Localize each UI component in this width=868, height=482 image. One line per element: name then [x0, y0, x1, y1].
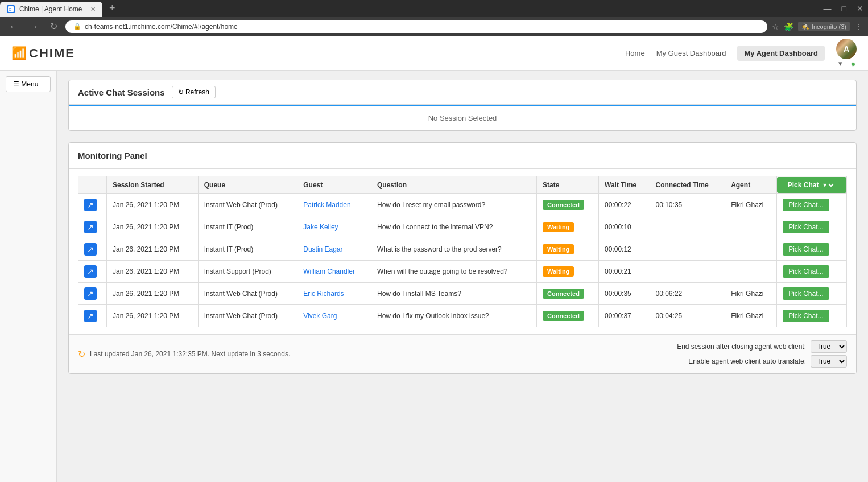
- pick-chat-button[interactable]: Pick Chat...: [783, 243, 829, 256]
- pick-chat-button[interactable]: Pick Chat...: [783, 310, 829, 322]
- row-question: How do I fix my Outlook inbox issue?: [371, 305, 537, 327]
- nav-home[interactable]: Home: [625, 49, 645, 57]
- row-question: When will the outage going to be resolve…: [371, 261, 537, 283]
- end-session-option: End session after closing agent web clie…: [677, 340, 847, 353]
- auto-translate-option: Enable agent web client auto translate: …: [688, 355, 847, 368]
- incognito-label: Incognito (3): [812, 23, 846, 30]
- row-guest: William Chandler: [297, 261, 371, 283]
- pick-chat-button[interactable]: Pick Chat...: [783, 265, 829, 278]
- col-agent: Agent: [725, 176, 777, 194]
- pick-chat-button[interactable]: Pick Chat...: [783, 199, 829, 211]
- row-agent: Fikri Ghazi: [725, 305, 777, 327]
- session-link-icon[interactable]: ↗: [84, 199, 97, 211]
- new-tab-button[interactable]: +: [105, 0, 120, 17]
- row-icon-cell: ↗: [78, 238, 107, 261]
- state-badge: Connected: [543, 311, 584, 321]
- sidebar: ☰ Menu: [0, 71, 57, 482]
- incognito-indicator: 🕵 Incognito (3): [798, 22, 850, 31]
- state-badge: Waiting: [543, 266, 574, 277]
- active-browser-tab[interactable]: C Chime | Agent Home ✕: [0, 2, 102, 17]
- row-session-started: Jan 26, 2021 1:20 PM: [106, 194, 198, 216]
- row-connected-time: 00:04:25: [650, 305, 725, 327]
- row-queue: Instant Web Chat (Prod): [198, 283, 297, 305]
- pick-chat-button[interactable]: Pick Chat...: [783, 287, 829, 300]
- session-link-icon[interactable]: ↗: [84, 265, 97, 278]
- user-avatar-container[interactable]: A ▾: [836, 39, 857, 68]
- row-agent: Fikri Ghazi: [725, 194, 777, 216]
- pick-chat-header-label: Pick Chat: [788, 181, 819, 189]
- address-bar-container: ← → ↻ 🔒 ch-teams-net1.imchime.com/Chime/…: [0, 17, 868, 36]
- col-connected-time: Connected Time: [650, 176, 725, 194]
- row-connected-time: 00:10:35: [650, 194, 725, 216]
- browser-menu-button[interactable]: ⋮: [854, 22, 862, 31]
- back-button[interactable]: ←: [6, 20, 22, 33]
- nav-guest-dashboard[interactable]: My Guest Dashboard: [656, 49, 726, 57]
- lock-icon: 🔒: [73, 23, 81, 30]
- pick-chat-header-select[interactable]: ▾: [821, 180, 836, 189]
- table-row: ↗ Jan 26, 2021 1:20 PM Instant Web Chat …: [78, 194, 847, 216]
- footer-update-info: ↻ Last updated Jan 26, 2021 1:32:35 PM. …: [78, 349, 290, 360]
- col-queue: Queue: [198, 176, 297, 194]
- row-connected-time: [650, 261, 725, 283]
- close-button[interactable]: ✕: [852, 1, 868, 17]
- row-icon-cell: ↗: [78, 216, 107, 238]
- table-row: ↗ Jan 26, 2021 1:20 PM Instant Web Chat …: [78, 283, 847, 305]
- menu-button[interactable]: ☰ Menu: [6, 76, 51, 92]
- row-icon-cell: ↗: [78, 261, 107, 283]
- row-wait-time: 00:00:37: [599, 305, 650, 327]
- session-link-icon[interactable]: ↗: [84, 287, 97, 300]
- star-button[interactable]: ☆: [772, 22, 779, 31]
- active-chat-refresh-button[interactable]: ↻ Refresh: [172, 86, 216, 98]
- pick-chat-button[interactable]: Pick Chat...: [783, 221, 829, 233]
- forward-button[interactable]: →: [26, 20, 42, 33]
- refresh-button[interactable]: ↻: [47, 20, 61, 33]
- row-state: Waiting: [537, 238, 599, 261]
- guest-link[interactable]: Dustin Eagar: [303, 245, 342, 253]
- state-badge: Connected: [543, 200, 584, 210]
- row-wait-time: 00:00:35: [599, 283, 650, 305]
- session-link-icon[interactable]: ↗: [84, 221, 97, 233]
- browser-action-buttons: ☆ 🧩 🕵 Incognito (3) ⋮: [772, 22, 862, 31]
- row-session-started: Jan 26, 2021 1:20 PM: [106, 305, 198, 327]
- row-guest: Jake Kelley: [297, 216, 371, 238]
- active-chat-panel: Active Chat Sessions ↻ Refresh No Sessio…: [68, 80, 857, 131]
- session-link-icon[interactable]: ↗: [84, 310, 97, 322]
- guest-link[interactable]: Eric Richards: [303, 290, 344, 298]
- url-text: ch-teams-net1.imchime.com/Chime/#!/agent…: [85, 23, 759, 31]
- url-bar[interactable]: 🔒 ch-teams-net1.imchime.com/Chime/#!/age…: [65, 20, 767, 33]
- end-session-label: End session after closing agent web clie…: [677, 343, 806, 351]
- session-link-icon[interactable]: ↗: [84, 243, 97, 256]
- row-connected-time: 00:06:22: [650, 283, 725, 305]
- guest-link[interactable]: William Chandler: [303, 267, 355, 275]
- monitoring-table-container: Session Started Queue Guest Question Sta…: [69, 169, 856, 334]
- auto-translate-select[interactable]: TrueFalse: [811, 355, 847, 368]
- minimize-button[interactable]: —: [819, 1, 836, 17]
- guest-link[interactable]: Patrick Madden: [303, 201, 350, 209]
- guest-link[interactable]: Vivek Garg: [303, 312, 337, 320]
- col-pick-chat[interactable]: Pick Chat ▾: [777, 176, 847, 194]
- tab-close-button[interactable]: ✕: [90, 6, 96, 13]
- row-queue: Instant IT (Prod): [198, 238, 297, 261]
- extensions-button[interactable]: 🧩: [784, 22, 793, 31]
- row-state: Connected: [537, 194, 599, 216]
- row-queue: Instant Web Chat (Prod): [198, 305, 297, 327]
- monitoring-panel-title: Monitoring Panel: [69, 143, 856, 169]
- row-wait-time: 00:00:10: [599, 216, 650, 238]
- page-body: ☰ Menu Active Chat Sessions ↻ Refresh No…: [0, 71, 868, 482]
- table-header-row: Session Started Queue Guest Question Sta…: [78, 176, 847, 194]
- end-session-select[interactable]: TrueFalse: [811, 340, 847, 353]
- row-pick-chat: Pick Chat...: [777, 216, 847, 238]
- row-question: How do I connect to the internal VPN?: [371, 216, 537, 238]
- guest-link[interactable]: Jake Kelley: [303, 223, 338, 231]
- nav-agent-dashboard[interactable]: My Agent Dashboard: [737, 46, 825, 61]
- row-agent: [725, 238, 777, 261]
- row-question: How do I install MS Teams?: [371, 283, 537, 305]
- window-controls: — □ ✕: [819, 1, 868, 17]
- maximize-button[interactable]: □: [837, 1, 851, 17]
- tab-favicon: C: [7, 5, 15, 13]
- col-state: State: [537, 176, 599, 194]
- col-icon: [78, 176, 107, 194]
- row-state: Waiting: [537, 261, 599, 283]
- table-row: ↗ Jan 26, 2021 1:20 PM Instant IT (Prod)…: [78, 238, 847, 261]
- nav-links: Home My Guest Dashboard My Agent Dashboa…: [625, 39, 857, 68]
